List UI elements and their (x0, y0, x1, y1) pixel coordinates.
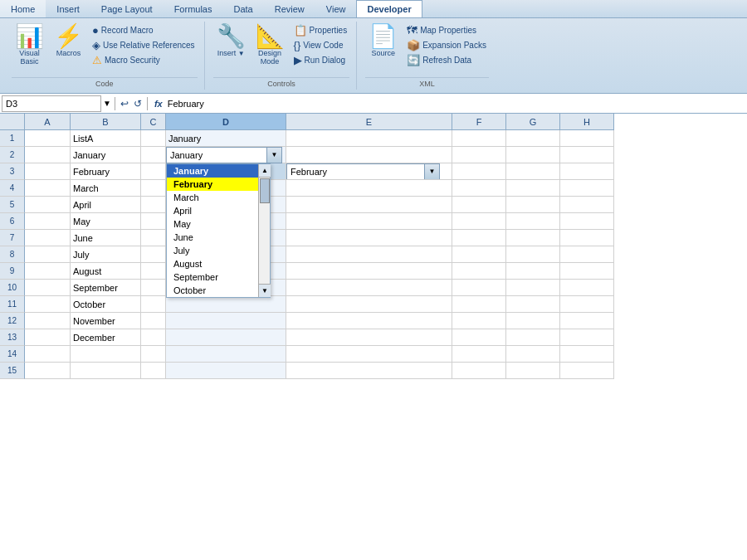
macros-button[interactable]: ⚡ Macros (51, 23, 86, 59)
cell-H1[interactable] (560, 130, 614, 147)
cell-D11[interactable] (166, 296, 286, 313)
cell-A4[interactable] (25, 180, 71, 197)
cell-H8[interactable] (560, 246, 614, 263)
cell-D15[interactable] (166, 363, 286, 379)
cell-C6[interactable] (141, 213, 166, 230)
cell-H7[interactable] (560, 230, 614, 246)
cell-C2[interactable] (141, 147, 166, 163)
cell-A5[interactable] (25, 197, 71, 213)
cell-A15[interactable] (25, 363, 71, 379)
cell-E1[interactable] (286, 130, 452, 147)
cell-F2[interactable] (452, 147, 506, 163)
cell-G4[interactable] (506, 180, 560, 197)
cell-H6[interactable] (560, 213, 614, 230)
listbox-item-0[interactable]: January (167, 164, 270, 178)
cell-A2[interactable] (25, 147, 71, 163)
cell-D14[interactable] (166, 346, 286, 363)
cell-B6[interactable]: May (71, 213, 141, 230)
cell-E14[interactable] (286, 346, 452, 363)
cell-E3[interactable]: February▼ (286, 163, 452, 180)
cell-B11[interactable]: October (71, 296, 141, 313)
cell-G1[interactable] (506, 130, 560, 147)
cell-B15[interactable] (71, 363, 141, 379)
source-button[interactable]: 📄 Source (365, 23, 401, 59)
cell-C8[interactable] (141, 246, 166, 263)
cell-A7[interactable] (25, 230, 71, 246)
name-box-dropdown[interactable]: ▼ (103, 99, 111, 108)
listbox-item-5[interactable]: June (167, 231, 270, 244)
cell-G8[interactable] (506, 246, 560, 263)
cell-A14[interactable] (25, 346, 71, 363)
cell-C12[interactable] (141, 313, 166, 329)
cell-H9[interactable] (560, 263, 614, 280)
macro-security-button[interactable]: ⚠ Macro Security (90, 53, 198, 67)
cell-B13[interactable]: December (71, 329, 141, 346)
cell-B1[interactable]: ListA (71, 130, 141, 147)
cell-D2[interactable]: January▼JanuaryFebruaryMarchAprilMayJune… (166, 147, 286, 163)
cell-G11[interactable] (506, 296, 560, 313)
cell-H3[interactable] (560, 163, 614, 180)
cell-B14[interactable] (71, 346, 141, 363)
undo-icon[interactable]: ↩ (119, 98, 130, 110)
cell-B5[interactable]: April (71, 197, 141, 213)
cell-D13[interactable] (166, 329, 286, 346)
visual-basic-button[interactable]: 📊 VisualBasic (12, 23, 47, 67)
cell-B4[interactable]: March (71, 180, 141, 197)
cell-G6[interactable] (506, 213, 560, 230)
cell-F14[interactable] (452, 346, 506, 363)
cell-D12[interactable] (166, 313, 286, 329)
cell-B12[interactable]: November (71, 313, 141, 329)
expansion-packs-button[interactable]: 📦 Expansion Packs (404, 38, 489, 52)
listbox-scrollbar[interactable]: ▲▼ (258, 164, 270, 297)
cell-C3[interactable] (141, 163, 166, 180)
scroll-up-btn[interactable]: ▲ (259, 164, 271, 178)
cell-H12[interactable] (560, 313, 614, 329)
cell-D1[interactable]: January (166, 130, 286, 147)
cell-C4[interactable] (141, 180, 166, 197)
cell-F11[interactable] (452, 296, 506, 313)
properties-button[interactable]: 📋 Properties (291, 23, 350, 37)
cell-C1[interactable] (141, 130, 166, 147)
cell-B8[interactable]: July (71, 246, 141, 263)
cell-B7[interactable]: June (71, 230, 141, 246)
combo-e3-dropdown-btn[interactable]: ▼ (424, 164, 439, 179)
cell-F5[interactable] (452, 197, 506, 213)
redo-icon[interactable]: ↺ (132, 98, 144, 110)
cell-F1[interactable] (452, 130, 506, 147)
cell-F10[interactable] (452, 280, 506, 296)
cell-F13[interactable] (452, 329, 506, 346)
cell-F4[interactable] (452, 180, 506, 197)
cell-C15[interactable] (141, 363, 166, 379)
cell-G15[interactable] (506, 363, 560, 379)
view-code-button[interactable]: {} View Code (291, 38, 350, 52)
combo-e3[interactable]: February▼ (286, 163, 440, 180)
cell-A6[interactable] (25, 213, 71, 230)
cell-F3[interactable] (452, 163, 506, 180)
tab-formulas[interactable]: Formulas (164, 0, 223, 17)
cell-G7[interactable] (506, 230, 560, 246)
cell-E7[interactable] (286, 230, 452, 246)
cell-A8[interactable] (25, 246, 71, 263)
cell-A11[interactable] (25, 296, 71, 313)
cell-H2[interactable] (560, 147, 614, 163)
run-dialog-button[interactable]: ▶ Run Dialog (291, 53, 350, 67)
cell-A3[interactable] (25, 163, 71, 180)
cell-E4[interactable] (286, 180, 452, 197)
listbox-item-4[interactable]: May (167, 217, 270, 231)
cell-E11[interactable] (286, 296, 452, 313)
tab-data[interactable]: Data (222, 0, 263, 17)
cell-H15[interactable] (560, 363, 614, 379)
cell-E8[interactable] (286, 246, 452, 263)
cell-H13[interactable] (560, 329, 614, 346)
cell-H4[interactable] (560, 180, 614, 197)
cell-F9[interactable] (452, 263, 506, 280)
cell-B10[interactable]: September (71, 280, 141, 296)
tab-home[interactable]: Home (0, 0, 46, 17)
cell-E9[interactable] (286, 263, 452, 280)
cell-G2[interactable] (506, 147, 560, 163)
cell-B3[interactable]: February (71, 163, 141, 180)
cell-H5[interactable] (560, 197, 614, 213)
cell-F12[interactable] (452, 313, 506, 329)
name-box[interactable]: D3 (2, 95, 101, 112)
cell-A9[interactable] (25, 263, 71, 280)
